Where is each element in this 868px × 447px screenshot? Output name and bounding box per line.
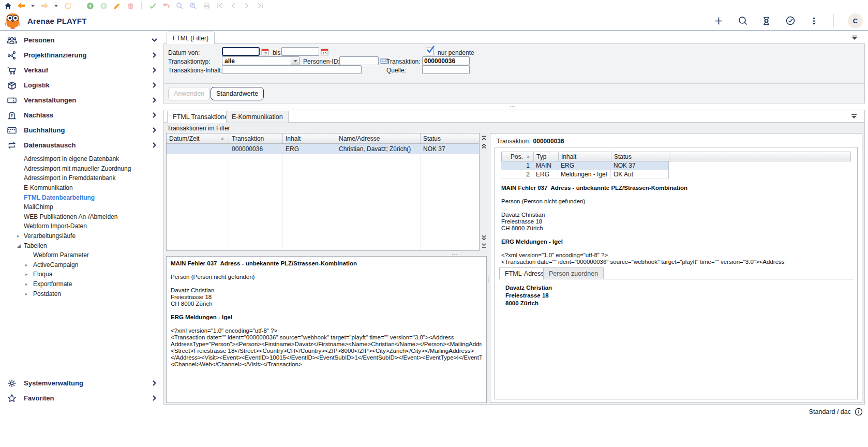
sidebar-item-logistik[interactable]: Logistik [0, 78, 163, 93]
tree-collapsed-icon[interactable]: ▸ [25, 281, 28, 287]
sidebar-subitem[interactable]: E-Kommunikation [0, 183, 163, 193]
column-header-transaktion[interactable]: Transaktion [229, 133, 283, 143]
sidebar-subitem[interactable]: ▸Eloqua [0, 270, 163, 279]
content-input[interactable] [222, 65, 362, 74]
pending-only-checkbox[interactable] [426, 48, 433, 55]
xml-line: <?xml version="1.0" encoding="utf-8" ?> [501, 252, 852, 259]
sidebar-subitem[interactable]: Adressimport mit manueller Zuordnung [0, 164, 163, 174]
info-icon[interactable] [855, 408, 863, 416]
table-header-row: Pos.▲ Typ Inhalt Status [501, 152, 851, 161]
search-icon[interactable] [175, 2, 184, 10]
sidebar-subitem[interactable]: Webform Parameter [0, 250, 163, 260]
sidebar-item-nachlass[interactable]: Nachlass [0, 108, 163, 123]
sidebar-subitem[interactable]: MailChimp [0, 202, 163, 212]
column-header-inhalt[interactable]: Inhalt [283, 133, 336, 143]
tree-collapsed-icon[interactable]: ▸ [25, 272, 28, 277]
sidebar-subitem[interactable]: ▸Postdaten [0, 289, 163, 299]
search-person-icon[interactable] [189, 2, 197, 10]
sidebar-item-personen[interactable]: Personen [0, 33, 163, 48]
calendar-icon[interactable]: 15 [321, 48, 328, 56]
sidebar-subitem[interactable]: ▸Exportformate [0, 279, 163, 289]
kebab-menu-icon[interactable] [809, 16, 819, 26]
horizontal-splitter-handle[interactable]: ⋯ [510, 103, 516, 110]
add-secondary-icon[interactable] [99, 2, 108, 10]
sidebar-subitem[interactable]: ▸ActiveCampaign [0, 260, 163, 270]
address-line: Davatz Christian [171, 287, 482, 294]
add-icon[interactable] [86, 2, 94, 10]
apply-button[interactable]: Anwenden [168, 87, 210, 100]
nav-last-icon[interactable] [256, 2, 264, 10]
sidebar-item-label: Verkauf [24, 66, 48, 74]
transaction-type-select[interactable]: alle [222, 56, 300, 65]
table-row[interactable]: 2 ERG Meldungen - Igel OK Aut [501, 170, 851, 179]
refresh-icon[interactable] [64, 2, 72, 10]
edit-pencil-icon[interactable] [113, 2, 121, 10]
sidebar-item-projektfinanzierung[interactable]: Projektfinanzierung [0, 48, 163, 63]
page-down-icon[interactable] [481, 235, 487, 241]
home-icon[interactable] [4, 2, 12, 10]
tab-person-zuordnen[interactable]: Person zuordnen [543, 267, 604, 279]
sidebar-item-veranstaltungen[interactable]: Veranstaltungen [0, 93, 163, 108]
column-header-status[interactable]: Status [611, 152, 669, 161]
column-header-inhalt[interactable]: Inhalt [559, 152, 611, 161]
check-circle-icon[interactable] [785, 16, 796, 26]
column-header-pos[interactable]: Pos.▲ [502, 152, 534, 161]
sidebar-subitem-tabellen[interactable]: ◢Tabellen [0, 241, 163, 250]
transaction-input[interactable] [422, 56, 470, 65]
page-up-icon[interactable] [481, 143, 487, 149]
back-caret-icon[interactable] [31, 2, 35, 10]
hourglass-icon[interactable] [761, 16, 772, 26]
forward-icon[interactable] [40, 2, 49, 10]
nav-next-icon[interactable] [243, 2, 251, 10]
nav-prev-icon[interactable] [229, 2, 237, 10]
column-header-typ[interactable]: Typ [534, 152, 559, 161]
calendar-icon[interactable]: 15 [261, 48, 269, 56]
sidebar-nav: Personen Projektfinanzierung Verkauf Log… [0, 31, 163, 447]
date-from-input[interactable] [222, 47, 260, 56]
confirm-check-icon[interactable] [148, 2, 157, 10]
print-icon[interactable] [202, 2, 211, 10]
nav-first-icon[interactable] [216, 2, 224, 10]
tab-ftml-filter[interactable]: FTML (Filter) [167, 32, 215, 44]
sidebar-subitem-ftml-datenbearbeitung-active[interactable]: FTML Datenbearbeitung [0, 192, 163, 202]
sidebar-item-verkauf[interactable]: Verkauf [0, 63, 163, 78]
sidebar-item-buchhaltung[interactable]: Buchhaltung [0, 123, 163, 138]
column-label: Inhalt [561, 153, 576, 160]
sidebar-item-datenaustausch[interactable]: Datenaustausch [0, 138, 163, 153]
column-label: Inhalt [286, 135, 301, 142]
tree-collapsed-icon[interactable]: ▸ [25, 262, 28, 267]
defaults-button[interactable]: Standardwerte [211, 87, 264, 100]
undo-icon[interactable] [162, 2, 170, 10]
tab-e-kommunikation[interactable]: E-Kommunikation [226, 111, 289, 123]
tree-expanded-icon[interactable]: ◢ [17, 243, 21, 248]
collapse-panel-icon[interactable] [851, 35, 858, 40]
forward-caret-icon[interactable] [54, 2, 58, 10]
sidebar-subitem[interactable]: Adressimport in eigene Datenbank [0, 154, 163, 164]
search-icon[interactable] [737, 16, 748, 26]
sidebar-subitem[interactable]: WEB Publikationen An-/Abmelden [0, 212, 163, 222]
table-row-selected[interactable]: 1 MAIN ERG NOK 37 [501, 161, 851, 170]
back-icon[interactable] [17, 2, 25, 10]
sidebar-subitem[interactable]: Webform Import-Daten [0, 221, 163, 231]
tree-collapsed-icon[interactable]: ▸ [25, 291, 28, 296]
plus-icon[interactable] [713, 16, 724, 26]
sidebar-item-favoriten[interactable]: Favoriten [0, 391, 163, 406]
collapse-panel-icon[interactable] [851, 114, 857, 119]
person-id-input[interactable] [339, 56, 379, 65]
table-row-selected[interactable]: 000000036 ERG Christian, Davatz; Zürich(… [167, 144, 479, 154]
sidebar-item-systemverwaltung[interactable]: Systemverwaltung [0, 376, 163, 391]
column-header-datum-zeit[interactable]: Datum/Zeit▲ [167, 133, 229, 143]
scroll-to-top-icon[interactable] [481, 136, 487, 141]
scroll-to-bottom-icon[interactable] [481, 243, 487, 248]
chevron-right-icon [151, 82, 158, 88]
sidebar-subitem-verarbeitungslaeufe[interactable]: ▸Verarbeitungsläufe [0, 231, 163, 241]
tree-collapsed-icon[interactable]: ▸ [17, 233, 20, 239]
sidebar-subitem[interactable]: Adressimport in Fremddatenbank [0, 173, 163, 183]
column-header-status[interactable]: Status [421, 133, 479, 143]
user-avatar[interactable]: C [848, 13, 863, 28]
source-input[interactable] [422, 65, 470, 74]
detail-message-block: MAIN Fehler 037 Adress - unbekannte PLZ/… [501, 185, 852, 265]
date-to-input[interactable] [281, 47, 319, 56]
column-header-name-adresse[interactable]: Name/Adresse [336, 133, 421, 143]
delete-trash-icon[interactable] [126, 2, 134, 10]
